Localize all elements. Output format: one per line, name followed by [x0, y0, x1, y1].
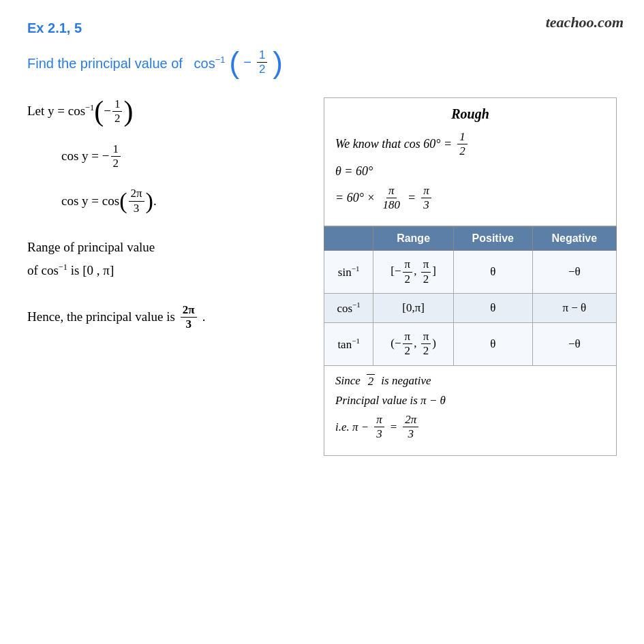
range-line1: Range of principal value: [27, 236, 303, 259]
rough-calc-line: = 60° × π 180 = π 3: [335, 184, 605, 213]
rough-theta-line: θ = 60°: [335, 164, 605, 179]
logo: teachoo.com: [546, 14, 624, 31]
principal-value-line: Principal value is π − θ: [335, 394, 605, 408]
table-header-negative: Negative: [532, 227, 616, 251]
cosy-line: cos y = − 1 2: [27, 142, 303, 171]
close-paren: ): [273, 49, 283, 76]
cosy-cos-line: cos y = cos ( 2π 3 ) .: [27, 187, 303, 215]
cosy-block: cos y = − 1 2: [27, 142, 303, 171]
cell-cos: cos−1: [324, 294, 373, 323]
trig-table: Range Positive Negative sin−1 [− π 2 ,: [324, 226, 617, 365]
frac-half-let: 1 2: [112, 97, 123, 126]
cosy-cos-block: cos y = cos ( 2π 3 ) .: [27, 187, 303, 215]
problem-statement: Find the principal value of cos−1 ( − 1 …: [27, 48, 617, 77]
rough-title: Rough: [335, 106, 605, 122]
rough-frac-half: 1 2: [457, 130, 467, 159]
rough-frac-pi180: π 180: [381, 184, 403, 213]
problem-text: Find the principal value of cos−1: [27, 55, 226, 72]
rough-frac-pi3: π 3: [421, 184, 431, 213]
let-line: Let y = cos−1 ( − 1 2 ): [27, 97, 303, 126]
table-header-range: Range: [373, 227, 454, 251]
fraction-half: 1 2: [257, 48, 267, 77]
ie-frac-pi3: π 3: [374, 413, 384, 442]
ie-frac-2pi3: 2π 3: [403, 413, 418, 442]
let-block: Let y = cos−1 ( − 1 2 ): [27, 97, 303, 126]
table-row-sin: sin−1 [− π 2 , π 2 ] θ −θ: [324, 251, 617, 294]
exercise-title: Ex 2.1, 5: [27, 20, 617, 36]
rough-bottom-box: Since 2 is negative Principal value is π…: [324, 366, 617, 456]
cell-sin-positive: θ: [453, 251, 532, 294]
table-row-cos: cos−1 [0,π] θ π − θ: [324, 294, 617, 323]
cell-sin-negative: −θ: [532, 251, 616, 294]
main-content: Let y = cos−1 ( − 1 2 ) cos y = − 1 2: [27, 97, 617, 456]
open-paren: (: [230, 49, 240, 76]
table-row-tan: tan−1 (− π 2 , π 2 ) θ −θ: [324, 322, 617, 365]
since-line: Since 2 is negative: [335, 374, 605, 388]
right-side: Rough We know that cos 60° = 1 2 θ = 60°…: [324, 97, 617, 456]
cell-tan: tan−1: [324, 322, 373, 365]
cell-tan-negative: −θ: [532, 322, 616, 365]
table-header-empty: [324, 227, 373, 251]
table-header-positive: Positive: [453, 227, 532, 251]
cell-sin: sin−1: [324, 251, 373, 294]
principal-text: Principal value is π − θ: [335, 394, 446, 408]
cell-cos-negative: π − θ: [532, 294, 616, 323]
frac-2pi3: 2π 3: [129, 187, 144, 215]
rough-box: Rough We know that cos 60° = 1 2 θ = 60°…: [324, 97, 617, 227]
page: teachoo.com Ex 2.1, 5 Find the principal…: [0, 0, 644, 644]
cell-cos-positive: θ: [453, 294, 532, 323]
hence-line: Hence, the principal value is 2π 3 .: [27, 303, 303, 332]
ie-line: i.e. π − π 3 = 2π 3: [335, 413, 605, 442]
cell-tan-positive: θ: [453, 322, 532, 365]
cell-sin-range: [− π 2 , π 2 ]: [373, 251, 454, 294]
left-side: Let y = cos−1 ( − 1 2 ) cos y = − 1 2: [27, 97, 303, 456]
neg-sign: −: [243, 55, 251, 70]
range-line2: of cos−1 is [0 , π]: [27, 259, 303, 282]
cell-tan-range: (− π 2 , π 2 ): [373, 322, 454, 365]
cell-cos-range: [0,π]: [373, 294, 454, 323]
frac-2pi3-hence: 2π 3: [181, 303, 197, 332]
since-frac: 2: [366, 374, 376, 388]
rough-line1: We know that cos 60° = 1 2: [335, 130, 605, 159]
frac-half-cosy: 1 2: [111, 142, 121, 171]
range-text: Range of principal value of cos−1 is [0 …: [27, 236, 303, 282]
hence-text: Hence, the principal value is: [27, 309, 175, 324]
